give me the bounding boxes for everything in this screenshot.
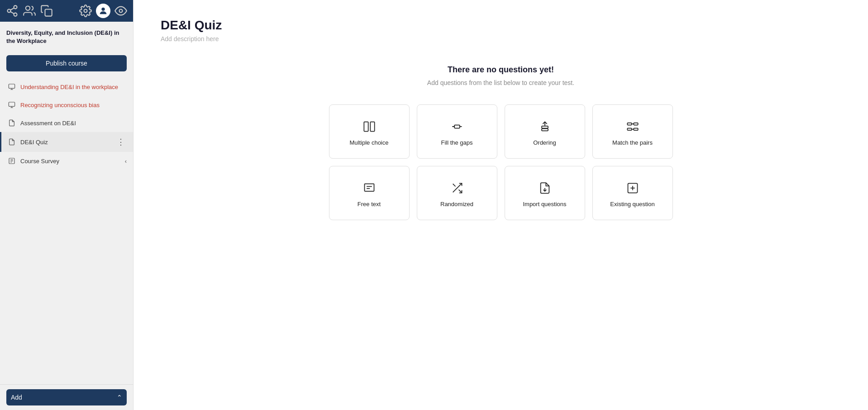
svg-line-4 (10, 8, 14, 10)
sidebar-item-item-dei-workplace[interactable]: Understanding DE&I in the workplace (0, 78, 133, 96)
question-type-label: Ordering (533, 139, 556, 146)
nav-item-label: Assessment on DE&I (20, 120, 127, 127)
svg-point-1 (8, 9, 11, 13)
main-content: DE&I Quiz Add description here There are… (134, 0, 868, 410)
svg-point-2 (14, 13, 17, 16)
svg-point-8 (101, 8, 105, 11)
nav-items: Understanding DE&I in the workplaceRecog… (0, 78, 133, 384)
question-type-randomized[interactable]: Randomized (417, 166, 497, 220)
svg-rect-24 (454, 125, 460, 128)
question-type-label: Match the pairs (612, 139, 653, 146)
chevron-up-icon: ⌃ (117, 394, 122, 401)
svg-point-0 (14, 5, 17, 9)
question-type-label: Multiple choice (350, 139, 389, 146)
svg-rect-10 (9, 84, 14, 88)
ordering-icon (539, 120, 551, 133)
document-icon (8, 138, 16, 146)
settings-button[interactable] (79, 4, 92, 18)
quiz-title: DE&I Quiz (161, 18, 841, 33)
sidebar: Diversity, Equity, and Inclusion (DE&I) … (0, 0, 134, 410)
svg-rect-31 (627, 128, 631, 130)
slideshow-icon (8, 83, 16, 91)
users-button[interactable] (23, 4, 36, 18)
top-toolbar (0, 0, 133, 22)
question-type-free-text[interactable]: Free text (329, 166, 410, 220)
empty-state: There are no questions yet! Add question… (161, 65, 841, 86)
publish-course-button[interactable]: Publish course (6, 55, 127, 71)
question-type-existing-question[interactable]: Existing question (592, 166, 673, 220)
free-text-icon (363, 182, 376, 194)
survey-icon (8, 157, 16, 165)
quiz-description: Add description here (161, 35, 841, 42)
question-type-ordering[interactable]: Ordering (505, 104, 585, 159)
question-type-label: Import questions (523, 201, 566, 207)
question-type-multiple-choice[interactable]: Multiple choice (329, 104, 410, 159)
svg-rect-32 (634, 128, 638, 130)
share-button[interactable] (5, 4, 19, 18)
nav-item-label: Recognizing unconscious bias (20, 102, 127, 108)
svg-rect-21 (370, 122, 374, 131)
svg-point-7 (84, 9, 87, 13)
slideshow-icon (8, 101, 16, 109)
question-type-label: Fill the gaps (441, 139, 472, 146)
empty-state-title: There are no questions yet! (161, 65, 841, 75)
svg-point-5 (26, 6, 30, 10)
match-pairs-icon (626, 120, 639, 133)
empty-state-subtitle: Add questions from the list below to cre… (161, 79, 841, 86)
nav-item-label: Understanding DE&I in the workplace (20, 84, 127, 90)
svg-rect-6 (45, 9, 52, 16)
svg-line-3 (10, 12, 14, 14)
nav-item-menu-dots[interactable]: ⋮ (115, 137, 127, 147)
question-type-label: Existing question (610, 201, 654, 207)
svg-point-9 (119, 9, 123, 13)
sidebar-item-item-dei-quiz[interactable]: DE&I Quiz⋮ (0, 132, 133, 152)
add-button[interactable]: Add ⌃ (6, 389, 127, 405)
svg-rect-29 (627, 123, 631, 125)
question-type-grid: Multiple choice Fill the gaps Ordering M… (329, 104, 673, 220)
nav-item-chevron-icon[interactable]: ‹ (125, 158, 127, 165)
preview-button[interactable] (114, 4, 128, 18)
question-type-label: Randomized (440, 201, 473, 207)
svg-rect-30 (634, 123, 638, 125)
nav-item-label: DE&I Quiz (20, 139, 110, 146)
user-avatar[interactable] (96, 4, 110, 18)
svg-rect-20 (364, 122, 368, 131)
course-title: Diversity, Equity, and Inclusion (DE&I) … (6, 29, 127, 45)
randomized-icon (451, 182, 463, 194)
question-type-match-the-pairs[interactable]: Match the pairs (592, 104, 673, 159)
copy-button[interactable] (40, 4, 53, 18)
sidebar-item-item-unconscious-bias[interactable]: Recognizing unconscious bias (0, 96, 133, 114)
multiple-choice-icon (363, 120, 376, 133)
sidebar-item-item-assessment[interactable]: Assessment on DE&I (0, 114, 133, 132)
import-icon (539, 182, 551, 194)
question-type-import-questions[interactable]: Import questions (505, 166, 585, 220)
question-type-fill-the-gaps[interactable]: Fill the gaps (417, 104, 497, 159)
svg-rect-13 (9, 102, 14, 106)
existing-icon (626, 182, 639, 194)
nav-item-label: Course Survey (20, 158, 120, 165)
course-title-area: Diversity, Equity, and Inclusion (DE&I) … (0, 22, 133, 51)
add-button-label: Add (11, 394, 22, 401)
svg-rect-35 (364, 184, 374, 191)
svg-rect-28 (542, 128, 548, 131)
add-btn-area: Add ⌃ (0, 384, 133, 410)
sidebar-item-item-course-survey[interactable]: Course Survey‹ (0, 152, 133, 170)
document-icon (8, 119, 16, 127)
fill-gaps-icon (451, 120, 463, 133)
question-type-label: Free text (358, 201, 381, 207)
svg-rect-27 (542, 126, 548, 128)
